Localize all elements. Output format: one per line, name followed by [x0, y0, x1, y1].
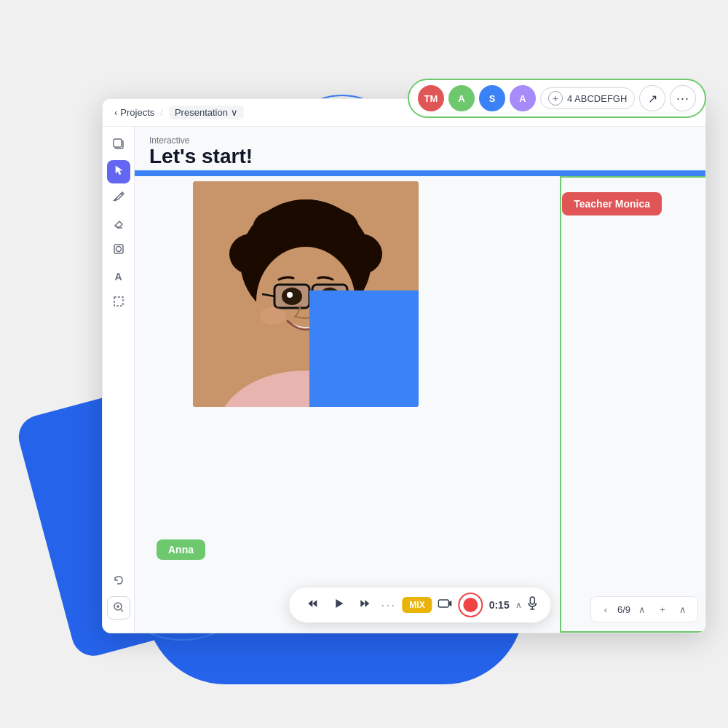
page-info: 6/9: [617, 604, 630, 615]
video-blue-overlay: [309, 290, 419, 407]
svg-marker-36: [365, 600, 369, 607]
svg-point-28: [260, 307, 286, 325]
svg-rect-37: [439, 600, 449, 607]
shape-icon: [112, 242, 125, 258]
avatar-a1[interactable]: A: [448, 85, 475, 111]
pen-tool-button[interactable]: [107, 186, 130, 210]
expand-button[interactable]: ∧: [674, 601, 692, 618]
zoom-button[interactable]: [107, 596, 130, 620]
svg-point-4: [116, 247, 121, 252]
breadcrumb-separator: /: [160, 107, 163, 118]
app-window: ‹ Projects / Presentation ∨: [102, 98, 706, 633]
svg-marker-33: [312, 600, 317, 607]
pointer-tool-button[interactable]: [107, 160, 130, 183]
playback-bar: ··· MIX 0:15 ∧: [289, 587, 550, 622]
camera-button[interactable]: [438, 598, 453, 613]
rewind-icon: [306, 598, 318, 612]
slide-header: Interactive Let's start!: [135, 127, 705, 174]
avatar-tm[interactable]: TM: [418, 85, 444, 111]
copy-tool-button[interactable]: [107, 134, 130, 157]
pagination-bar: ‹ 6/9 ∧ + ∧: [590, 596, 698, 622]
svg-marker-32: [308, 600, 312, 607]
prev-icon: ‹: [604, 604, 607, 615]
page-up-button[interactable]: ∧: [633, 601, 651, 618]
slide-label: Interactive: [149, 135, 691, 146]
svg-rect-39: [531, 597, 535, 604]
share-button[interactable]: ↗: [639, 85, 665, 111]
add-page-icon: +: [660, 604, 665, 615]
svg-marker-35: [360, 600, 365, 607]
share-icon: ↗: [648, 92, 657, 106]
dropdown-chevron-icon: ∨: [231, 107, 238, 118]
eraser-tool-button[interactable]: [107, 213, 130, 236]
avatar-s[interactable]: S: [479, 85, 505, 111]
slide-area: Interactive Let's start!: [135, 127, 705, 633]
main-content: A: [103, 127, 705, 633]
playback-more-icon[interactable]: ···: [381, 598, 396, 613]
participants-bar: TM A S A + 4 ABCDEFGH ↗ ···: [408, 79, 706, 118]
back-chevron-icon: ‹: [114, 107, 117, 118]
microphone-button[interactable]: [528, 596, 538, 614]
add-participant-icon: +: [548, 91, 563, 106]
toolbar: A: [103, 127, 135, 633]
time-chevron-icon[interactable]: ∧: [515, 600, 522, 610]
text-icon: A: [114, 271, 122, 282]
more-icon: ···: [676, 91, 689, 106]
play-icon: [333, 598, 344, 612]
text-tool-button[interactable]: A: [107, 265, 130, 288]
slide-blue-bar: [135, 170, 705, 176]
record-button[interactable]: [459, 593, 483, 617]
anna-label: Anna: [157, 539, 205, 560]
page-chevron-up-icon: ∧: [638, 604, 646, 615]
select-tool-button[interactable]: [107, 291, 130, 314]
undo-button[interactable]: [107, 570, 130, 593]
prev-page-button[interactable]: ‹: [597, 601, 614, 618]
rewind-button[interactable]: [302, 595, 323, 615]
more-options-button[interactable]: ···: [670, 85, 696, 111]
play-button[interactable]: [328, 595, 349, 615]
add-page-button[interactable]: +: [654, 601, 671, 618]
video-container: [193, 181, 419, 407]
svg-rect-5: [114, 297, 123, 306]
playback-time: 0:15: [489, 599, 510, 611]
shape-tool-button[interactable]: [107, 239, 130, 262]
svg-line-7: [121, 609, 123, 612]
participants-count-button[interactable]: + 4 ABCDEFGH: [540, 87, 635, 109]
forward-button[interactable]: [355, 595, 375, 615]
slide-title: Let's start!: [149, 146, 691, 168]
undo-icon: [112, 574, 125, 590]
mix-button[interactable]: MIX: [402, 597, 432, 613]
svg-rect-1: [114, 139, 122, 147]
zoom-icon: [113, 601, 124, 615]
select-icon: [112, 295, 125, 311]
pen-icon: [112, 190, 125, 206]
svg-point-26: [287, 292, 293, 298]
svg-point-17: [284, 199, 328, 236]
forward-icon: [359, 598, 371, 612]
expand-icon: ∧: [679, 604, 687, 615]
record-indicator: [464, 598, 478, 612]
eraser-icon: [112, 216, 125, 232]
avatar-a2[interactable]: A: [510, 85, 536, 111]
presentation-dropdown[interactable]: Presentation ∨: [169, 106, 244, 119]
copy-icon: [112, 138, 125, 154]
pointer-icon: [112, 164, 125, 180]
green-border-area: [560, 176, 705, 633]
back-to-projects[interactable]: ‹ Projects: [114, 107, 154, 118]
svg-marker-34: [336, 599, 343, 608]
